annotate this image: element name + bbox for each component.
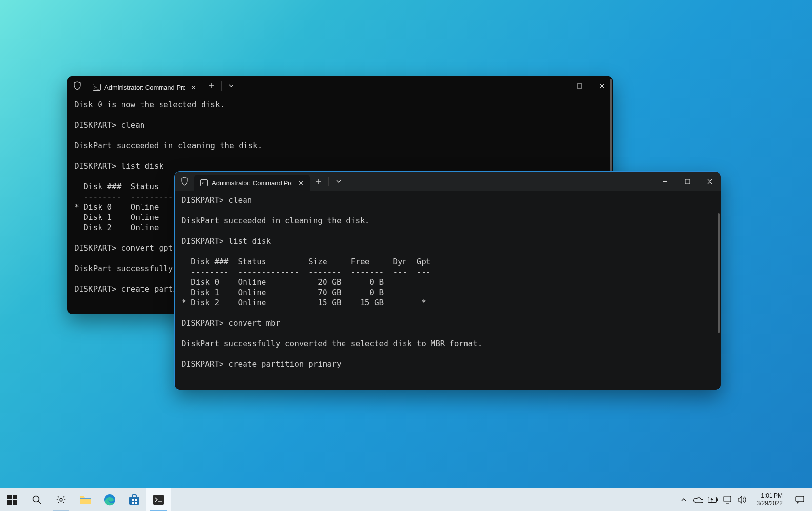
svg-rect-17 [132, 502, 134, 504]
svg-rect-16 [135, 499, 137, 501]
new-tab-button[interactable] [310, 173, 327, 190]
admin-shield-icon [175, 177, 194, 186]
clock-time: 1:01 PM [761, 492, 783, 500]
terminal-window-front: >_ Administrator: Command Prompt ✕ DISKP… [175, 172, 721, 390]
system-tray [674, 488, 752, 511]
network-tray-icon[interactable] [721, 496, 734, 504]
tab-title: Administrator: Command Prompt [212, 179, 292, 187]
edge-taskbar-icon[interactable] [98, 488, 122, 511]
terminal-tab[interactable]: >_ Administrator: Command Prompt ✕ [194, 175, 310, 191]
admin-shield-icon [67, 81, 87, 90]
svg-rect-14 [129, 497, 139, 505]
tab-close-button[interactable]: ✕ [189, 83, 198, 92]
titlebar-separator [328, 177, 329, 186]
cmd-icon: >_ [200, 179, 208, 186]
svg-rect-2 [577, 84, 582, 88]
tab-close-button[interactable]: ✕ [296, 178, 305, 187]
svg-rect-8 [7, 500, 12, 505]
taskbar-clock[interactable]: 1:01 PM 3/29/2022 [752, 488, 788, 511]
taskbar-spacer [171, 488, 674, 511]
file-explorer-taskbar-icon[interactable] [73, 488, 98, 511]
titlebar[interactable]: >_ Administrator: Command Prompt ✕ [67, 76, 613, 96]
scrollbar[interactable] [610, 79, 612, 174]
clock-date: 3/29/2022 [757, 500, 783, 507]
microsoft-store-taskbar-icon[interactable] [122, 488, 146, 511]
cmd-icon: >_ [93, 84, 101, 91]
svg-rect-9 [13, 500, 17, 505]
terminal-output[interactable]: DISKPART> clean DiskPart succeeded in cl… [175, 191, 721, 390]
onedrive-tray-icon[interactable] [691, 496, 705, 503]
scrollbar[interactable] [718, 213, 720, 333]
maximize-button[interactable] [568, 77, 590, 95]
maximize-button[interactable] [676, 172, 698, 191]
notifications-button[interactable] [788, 488, 812, 511]
svg-text:>_: >_ [94, 85, 99, 90]
svg-rect-15 [132, 499, 134, 501]
svg-rect-12 [80, 498, 91, 499]
svg-rect-7 [13, 495, 17, 499]
tab-dropdown-button[interactable] [330, 173, 347, 190]
titlebar[interactable]: >_ Administrator: Command Prompt ✕ [175, 172, 721, 191]
svg-rect-22 [724, 496, 731, 502]
svg-rect-21 [717, 498, 718, 501]
minimize-button[interactable] [653, 172, 676, 191]
terminal-tab[interactable]: >_ Administrator: Command Prompt ✕ [87, 79, 203, 96]
volume-tray-icon[interactable] [735, 496, 749, 504]
tab-dropdown-button[interactable] [223, 77, 240, 95]
terminal-taskbar-icon[interactable] [146, 488, 171, 511]
start-button[interactable] [0, 488, 24, 511]
svg-point-10 [33, 496, 39, 502]
svg-rect-19 [153, 495, 164, 505]
search-button[interactable] [24, 488, 49, 511]
svg-rect-6 [7, 495, 12, 499]
svg-rect-23 [796, 496, 804, 502]
svg-rect-18 [135, 502, 137, 504]
minimize-button[interactable] [546, 77, 568, 95]
battery-tray-icon[interactable] [706, 497, 720, 503]
svg-text:>_: >_ [202, 181, 206, 185]
taskbar: 1:01 PM 3/29/2022 [0, 488, 812, 511]
titlebar-separator [221, 81, 222, 91]
tab-title: Administrator: Command Prompt [104, 84, 185, 91]
close-button[interactable] [698, 172, 721, 191]
tray-overflow-button[interactable] [677, 498, 690, 501]
svg-rect-5 [685, 179, 690, 184]
svg-point-11 [60, 498, 62, 501]
new-tab-button[interactable] [203, 77, 220, 95]
settings-taskbar-icon[interactable] [49, 488, 73, 511]
